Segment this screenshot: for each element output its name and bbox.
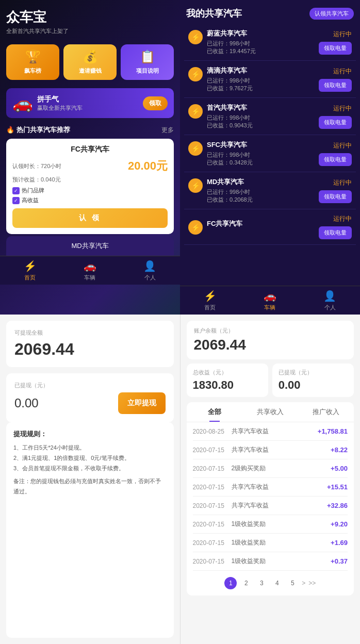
row-type: 共享汽车收益 — [232, 445, 331, 454]
home-icon: ⚡ — [24, 260, 37, 272]
earnings-row: 2020-07-15 1级收益奖励 +1.69 — [193, 534, 348, 552]
car-name: SFC共享汽车 — [207, 140, 253, 150]
nav-home[interactable]: ⚡ 首页 — [0, 256, 60, 285]
right-nav-profile-label: 个人 — [324, 304, 336, 311]
car-item-left: ⚡ SFC共享汽车 已运行：998小时 已收益：0.3428元 — [188, 140, 253, 167]
promo-title: 拼手气 — [37, 95, 139, 104]
row-amount: +15.51 — [327, 483, 348, 491]
tab-all[interactable]: 全部 — [187, 402, 242, 422]
rule-1: 1、工作日5天*24小时提现。 — [13, 443, 167, 453]
fc-profit-label: 预计收益：0.040元 — [12, 176, 61, 184]
app-title: 众车宝 — [6, 8, 174, 26]
row-amount: +5.00 — [331, 465, 348, 472]
nav-vehicle-label: 车辆 — [84, 274, 95, 282]
check-icon-2: ✓ — [12, 197, 20, 204]
balance-amount: 2069.44 — [194, 337, 347, 353]
shared-car-list: ⚡ 蔚蓝共享汽车 已运行：998小时 已收益：19.4457元 运行中 领取电量… — [180, 24, 360, 286]
page-next[interactable]: > — [302, 580, 305, 587]
car-item-info: FC共享汽车 — [207, 219, 242, 230]
page-last[interactable]: >> — [308, 580, 316, 587]
right-header: 我的共享汽车 认领共享汽车 — [180, 0, 360, 24]
car-name: FC共享汽车 — [207, 219, 242, 228]
row-type: 1级收益奖励 — [232, 538, 331, 547]
hot-more-link[interactable]: 更多 — [161, 126, 174, 135]
collect-button[interactable]: 领取电量 — [319, 153, 352, 166]
car-item-right: 运行中 领取电量 — [319, 30, 352, 55]
instant-withdrawal-button[interactable]: 立即提现 — [118, 392, 166, 414]
car-earnings: 已收益：0.9043元 — [207, 122, 253, 129]
tab-shared[interactable]: 共享收入 — [242, 402, 298, 422]
collect-button[interactable]: 领取电量 — [319, 79, 352, 92]
page-1[interactable]: 1 — [224, 577, 237, 589]
earnings-row: 2020-07-15 1级收益奖励 +0.37 — [193, 552, 348, 571]
list-item: ⚡ FC共享汽车 运行中 领取电量 — [184, 209, 356, 245]
tab-promo[interactable]: 推广收入 — [298, 402, 354, 422]
collect-button[interactable]: 领取电量 — [319, 190, 352, 203]
car-earnings: 已收益：9.7627元 — [207, 85, 253, 92]
collect-button[interactable]: 领取电量 — [319, 116, 352, 129]
row-type: 共享汽车收益 — [232, 483, 327, 491]
promo-banner[interactable]: 🚗 拼手气 赢取全新共享汽车 领取 — [6, 88, 174, 118]
available-amount: 2069.44 — [14, 340, 166, 359]
car-status: 运行中 — [333, 30, 352, 39]
car-earnings: 已收益：0.2068元 — [207, 196, 253, 204]
right-nav-home[interactable]: ⚡ 首页 — [180, 286, 240, 315]
auth-button[interactable]: 认领共享汽车 — [309, 8, 354, 20]
collect-button[interactable]: 领取电量 — [319, 226, 352, 239]
promo-text: 拼手气 赢取全新共享汽车 — [37, 95, 139, 112]
row-type: 共享汽车收益 — [232, 501, 327, 510]
page-3[interactable]: 3 — [255, 577, 268, 589]
withdrawn-card: 已提现（元） 0.00 立即提现 — [6, 373, 174, 422]
trophy-icon: 🏆 — [25, 49, 41, 64]
tabs-header: 全部 共享收入 推广收入 — [187, 402, 354, 422]
claim-button[interactable]: 认 领 — [12, 208, 168, 228]
earnings-top: 账户余额（元） 2069.44 — [187, 321, 354, 359]
fc-card-title: FC共享汽车 — [12, 145, 168, 154]
car-name: MD共享汽车 — [207, 177, 253, 187]
tag-profit: ✓ 高收益 — [12, 196, 168, 204]
nav-icon-invite[interactable]: 💰 邀请赚钱 — [63, 44, 117, 80]
list-item: ⚡ MD共享汽车 已运行：998小时 已收益：0.2068元 运行中 领取电量 — [184, 172, 356, 209]
list-item: ⚡ 蔚蓝共享汽车 已运行：998小时 已收益：19.4457元 运行中 领取电量 — [184, 24, 356, 61]
earnings-row: 2020-07-15 共享汽车收益 +8.22 — [193, 441, 348, 459]
withdrawn-earnings-card: 已提现（元） 0.00 — [272, 364, 354, 397]
nav-icon-leaderboard[interactable]: 🏆 飙车榜 — [6, 44, 59, 80]
car-item-info: SFC共享汽车 已运行：998小时 已收益：0.3428元 — [207, 140, 253, 167]
earnings-tabs-section: 全部 共享收入 推广收入 2020-08-25 共享汽车收益 +1,758.81… — [187, 402, 354, 596]
nav-icons-row: 🏆 飙车榜 💰 邀请赚钱 📋 项目说明 — [0, 39, 180, 85]
nav-vehicle[interactable]: 🚗 车辆 — [60, 256, 120, 285]
car-item-info: MD共享汽车 已运行：998小时 已收益：0.2068元 — [207, 177, 253, 204]
earnings-row: 2020-07-15 1级收益奖励 +9.20 — [193, 515, 348, 534]
total-label: 总收益（元） — [193, 369, 262, 376]
collect-button[interactable]: 领取电量 — [319, 42, 352, 55]
bolt-icon: ⚡ — [188, 220, 203, 235]
withdrawal-row: 0.00 立即提现 — [14, 392, 166, 414]
car-item-right: 运行中 领取电量 — [319, 67, 352, 92]
total-earnings-card: 总收益（元） 1830.80 — [187, 364, 268, 397]
right-nav-vehicle[interactable]: 🚗 车辆 — [240, 286, 300, 315]
bolt-icon: ⚡ — [188, 104, 203, 119]
car-status: 运行中 — [333, 104, 352, 113]
vehicle-icon-right: 🚗 — [264, 290, 276, 302]
page-5[interactable]: 5 — [286, 577, 299, 589]
row-date: 2020-07-15 — [193, 484, 232, 491]
car-status: 运行中 — [333, 67, 352, 76]
row-date: 2020-07-15 — [193, 502, 232, 509]
earnings-row: 2020-07-15 共享汽车收益 +32.86 — [193, 497, 348, 515]
fc-duration-label: 认领时长：720小时 — [12, 162, 61, 170]
right-nav-profile[interactable]: 👤 个人 — [300, 286, 360, 315]
fc-car-card: FC共享汽车 认领时长：720小时 20.00元 预计收益：0.040元 ✓ 热… — [6, 139, 174, 234]
nav-profile[interactable]: 👤 个人 — [120, 256, 180, 285]
rule-note: 备注：您的提现钱包必须与充值时真实姓名一致，否则不予通过。 — [13, 476, 167, 497]
bolt-icon: ⚡ — [188, 30, 203, 44]
nav-label-leaderboard: 飙车榜 — [24, 67, 41, 75]
page-2[interactable]: 2 — [240, 577, 252, 589]
page-4[interactable]: 4 — [271, 577, 283, 589]
car-run-hours: 已运行：998小时 — [207, 77, 253, 85]
promo-button[interactable]: 领取 — [143, 96, 168, 110]
list-item: ⚡ 首汽共享汽车 已运行：998小时 已收益：0.9043元 运行中 领取电量 — [184, 98, 356, 135]
nav-icon-info[interactable]: 📋 项目说明 — [121, 44, 174, 80]
available-withdrawal-card: 可提现全额 2069.44 — [6, 321, 174, 367]
right-bottom-nav: ⚡ 首页 🚗 车辆 👤 个人 — [180, 286, 360, 315]
car-item-info: 蔚蓝共享汽车 已运行：998小时 已收益：19.4457元 — [207, 29, 256, 55]
